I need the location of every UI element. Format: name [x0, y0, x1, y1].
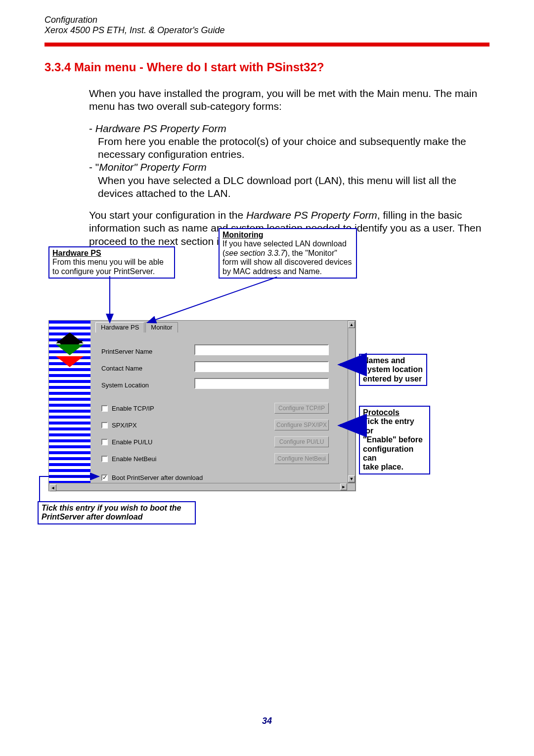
- separator-bar: [44, 43, 490, 47]
- callout-monitoring: Monitoring If you have selected LAN down…: [219, 228, 357, 279]
- callout-line: Tick the entry for: [363, 417, 414, 434]
- checkbox-icon[interactable]: ✓: [101, 474, 108, 481]
- label-printserver-name: PrintServer Name: [101, 348, 152, 355]
- para2a: You start your configuration in the: [89, 209, 246, 221]
- callout-hardware-ps: Hardware PS From this menu you will be a…: [48, 246, 175, 279]
- callout-line: entered by user: [363, 375, 422, 383]
- button-configure-tcpip[interactable]: Configure TCP/IP: [274, 403, 329, 414]
- checkbox-icon[interactable]: [101, 439, 108, 445]
- callout-line: take place.: [363, 463, 403, 471]
- checkbox-label: Enable NetBeui: [112, 455, 156, 463]
- checkbox-enable-netbeui[interactable]: Enable NetBeui: [101, 455, 156, 463]
- checkbox-label: Boot PrintServer after download: [112, 474, 203, 481]
- paragraph-intro: When you have installed the program, you…: [89, 87, 485, 113]
- bullet-dash: - ": [89, 161, 99, 173]
- header-line1: Configuration: [44, 15, 490, 25]
- input-system-location[interactable]: [194, 378, 329, 389]
- triangle-icon: [56, 332, 84, 343]
- callout-body: From this menu you will be able to confi…: [52, 258, 164, 275]
- checkbox-label: SPX/IPX: [112, 422, 137, 429]
- callout-line: configuration can: [363, 445, 413, 462]
- callout-line: "Enable" before: [363, 435, 423, 444]
- callout-line: PrintServer after download: [42, 513, 143, 521]
- checkbox-icon[interactable]: [101, 405, 108, 412]
- scroll-corner: [348, 483, 355, 490]
- callout-line: Tick this entry if you wish to boot the: [42, 504, 181, 512]
- section-heading: 3.3.4 Main menu - Where do I start with …: [44, 60, 490, 74]
- triangle-icon: [56, 344, 84, 355]
- callout-protocols: Protocols Tick the entry for "Enable" be…: [359, 406, 430, 474]
- callout-line: system location: [363, 365, 423, 374]
- section-number: 3.3.4: [44, 60, 71, 74]
- checkbox-boot-after-download[interactable]: ✓ Boot PrintServer after download: [101, 474, 203, 481]
- scroll-right-icon[interactable]: ►: [340, 483, 347, 490]
- callout-title: Hardware PS: [52, 249, 101, 257]
- checkbox-label: Enable PU/LU: [112, 438, 152, 446]
- callout-title: Protocols: [363, 408, 400, 417]
- bullet-dash: -: [89, 123, 95, 134]
- callout-title: Monitoring: [222, 231, 264, 239]
- callout-body: If you have selected LAN download (see s…: [222, 239, 352, 275]
- checkbox-enable-tcpip[interactable]: Enable TCP/IP: [101, 405, 154, 412]
- vertical-scrollbar[interactable]: ▲ ▼: [348, 321, 356, 483]
- bullet-monitor: - "Monitor" Property Form When you have …: [89, 161, 485, 200]
- checkbox-label: Enable TCP/IP: [112, 405, 154, 412]
- scroll-up-icon[interactable]: ▲: [348, 321, 355, 328]
- horizontal-scrollbar[interactable]: ◄ ►: [49, 483, 356, 491]
- bullet-body: When you have selected a DLC download po…: [89, 174, 485, 200]
- button-configure-spxipx[interactable]: Configure SPX/IPX: [274, 420, 329, 430]
- para2b: Hardware PS Property Form: [246, 209, 377, 221]
- scroll-left-icon[interactable]: ◄: [49, 484, 56, 491]
- bullet-body: From here you enable the protocol(s) of …: [89, 135, 485, 161]
- button-configure-netbeui[interactable]: Configure NetBeui: [274, 453, 329, 464]
- label-contact-name: Contact Name: [101, 365, 142, 372]
- page-number: 34: [0, 716, 534, 726]
- button-configure-pulu[interactable]: Configure PU/LU: [274, 436, 329, 447]
- header-line2: Xerox 4500 PS ETH, Inst. & Operator's Gu…: [44, 25, 490, 36]
- triangle-icon: [56, 356, 84, 367]
- main-window-screenshot: Hardware PS Monitor PrintServer Name Con…: [48, 320, 356, 491]
- bullet-name: Hardware PS Property Form: [95, 123, 226, 134]
- window-sidebar-graphic: [49, 321, 90, 491]
- tab-hardware-ps[interactable]: Hardware PS: [95, 322, 144, 332]
- callout-names: Names and system location entered by use…: [359, 354, 427, 386]
- bullet-name: Monitor" Property Form: [99, 161, 207, 173]
- label-system-location: System Location: [101, 381, 149, 389]
- checkbox-spxipx[interactable]: SPX/IPX: [101, 422, 137, 429]
- section-title-text: Main menu - Where do I start with PSinst…: [74, 60, 324, 74]
- scroll-down-icon[interactable]: ▼: [348, 475, 355, 482]
- checkbox-icon[interactable]: [101, 422, 108, 428]
- bullet-hardware: - Hardware PS Property Form From here yo…: [89, 122, 485, 161]
- input-printserver-name[interactable]: [194, 344, 329, 355]
- tab-monitor[interactable]: Monitor: [145, 322, 178, 332]
- input-contact-name[interactable]: [194, 361, 329, 372]
- callout-line: Names and: [363, 356, 405, 365]
- callout-boot: Tick this entry if you wish to boot the …: [38, 501, 196, 524]
- checkbox-icon[interactable]: [101, 456, 108, 462]
- checkbox-enable-pulu[interactable]: Enable PU/LU: [101, 438, 152, 446]
